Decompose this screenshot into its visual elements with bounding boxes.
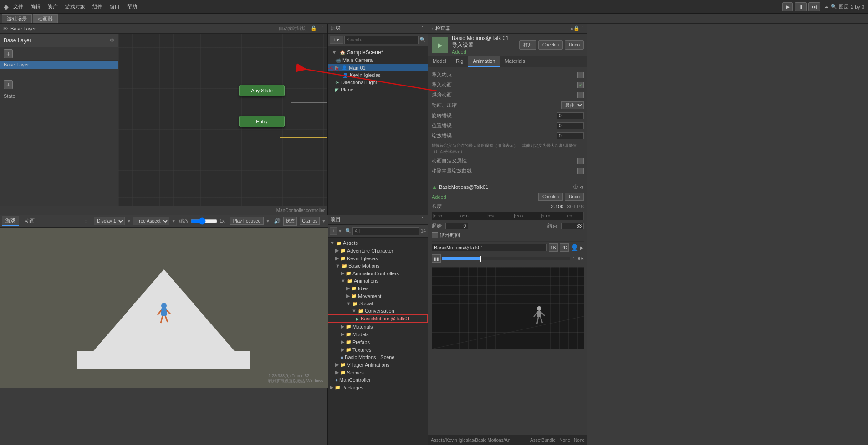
clip-info-icon[interactable]: ⓘ	[573, 184, 578, 190]
proj-conversation[interactable]: ▼ 📁 Conversation	[328, 307, 428, 314]
display-select[interactable]: Display 1	[94, 217, 125, 225]
clip-checkin-btn[interactable]: Checkin	[538, 193, 563, 201]
proj-basic-motions[interactable]: ▼ 📁 Basic Motions	[328, 262, 428, 269]
clip-more-icon[interactable]: ▶	[580, 245, 584, 250]
proj-textures[interactable]: ▶ 📁 Textures	[328, 346, 428, 354]
tab-scene[interactable]: 游戏场景	[2, 14, 32, 23]
insp-debug-icon[interactable]: ●	[570, 26, 573, 31]
tab-rig[interactable]: Rig	[451, 56, 469, 67]
proj-kevin[interactable]: ▶ 📁 Kevin Iglesias	[328, 254, 428, 262]
proj-assets[interactable]: ▼ 📁 Assets	[328, 239, 428, 247]
animator-lock-icon[interactable]: 🔒	[311, 25, 317, 31]
aspect-dropdown[interactable]: Free Aspect	[133, 217, 169, 225]
proj-bm-scene[interactable]: ■ Basic Motions - Scene	[328, 354, 428, 361]
tab-animator[interactable]: 动画器	[33, 14, 58, 23]
search-icon[interactable]: 🔍	[831, 4, 837, 10]
tab-animation[interactable]: Animation	[468, 56, 500, 67]
proj-animations[interactable]: ▼ 📁 Animations	[328, 277, 428, 284]
compress-select[interactable]: 最佳	[561, 101, 584, 109]
project-search[interactable]	[352, 227, 419, 235]
proj-models[interactable]: ▶ 📁 Models	[328, 330, 428, 338]
tab-model[interactable]: Model	[428, 56, 451, 67]
clip-settings-icon[interactable]: ⚙	[580, 185, 584, 190]
play-pause-btn[interactable]: ▮▮	[432, 254, 441, 263]
node-entry[interactable]: Entry	[239, 116, 285, 127]
hierarchy-kevin[interactable]: 👤 Kevin Iglesias	[328, 71, 428, 79]
proj-idles[interactable]: ▶ 📁 Idles	[328, 284, 428, 292]
proj-materials[interactable]: ▶ 📁 Materials	[328, 323, 428, 330]
insp-more-icon[interactable]: ⋮	[580, 25, 585, 31]
clip-2d-btn[interactable]: 2D	[560, 243, 569, 252]
proj-talk01[interactable]: ▶ BasicMotions@Talk01	[328, 314, 428, 323]
bake-check[interactable]	[577, 92, 584, 98]
zoom-slider[interactable]	[190, 218, 218, 224]
inspector-undo-btn[interactable]: Undo	[565, 40, 584, 50]
import-anim-check[interactable]	[577, 82, 584, 88]
volume-icon[interactable]: 🔊	[274, 218, 281, 224]
hierarchy-more-icon[interactable]: ⋮	[420, 25, 425, 31]
aspect-select[interactable]: Free Aspect	[133, 217, 169, 225]
add-param-btn[interactable]: +	[4, 80, 13, 89]
insp-lock-icon[interactable]: 🔒	[573, 25, 580, 31]
proj-anim-controllers[interactable]: ▶ 📁 AnimationControllers	[328, 269, 428, 277]
top-menu-gameobj[interactable]: 游戏对象	[62, 2, 88, 11]
proj-scenes[interactable]: ▶ 📁 Scenes	[328, 369, 428, 376]
proj-adventure-char[interactable]: ▶ 📁 Adventure Character	[328, 247, 428, 254]
insp-back-icon[interactable]: ←	[431, 26, 435, 31]
status-btn[interactable]: 状态	[283, 217, 297, 226]
scale-value[interactable]	[557, 132, 584, 139]
proj-movement[interactable]: ▶ 📁 Movement	[328, 292, 428, 300]
top-menu-help[interactable]: 帮助	[124, 2, 140, 11]
scene-root[interactable]: ▼ 🏠 SampleScene*	[328, 48, 428, 56]
hierarchy-main-camera[interactable]: 📹 Main Camera	[328, 56, 428, 64]
hierarchy-plane[interactable]: ◤ Plane	[328, 86, 428, 93]
layer-base[interactable]: Base Layer	[0, 61, 118, 69]
animator-graph[interactable]: Any State Entry BasicMotions@Talk01 Basi…	[118, 34, 327, 206]
node-any-state[interactable]: Any State	[239, 85, 285, 96]
top-menu-file[interactable]: 文件	[10, 2, 26, 11]
rotation-value[interactable]	[557, 112, 584, 119]
play-focused-btn[interactable]: Play Focused	[230, 217, 264, 225]
tab-game[interactable]: 游戏	[2, 216, 19, 226]
hierarchy-man01[interactable]: ▶ 👤 Man 01	[328, 64, 428, 71]
loop-time-check[interactable]	[432, 232, 438, 238]
game-more-icon[interactable]: ⋮	[83, 218, 88, 224]
animator-eye-icon[interactable]: 👁	[3, 26, 8, 31]
end-value[interactable]	[561, 222, 584, 229]
playback-progress[interactable]	[442, 257, 570, 260]
clip-1k-btn[interactable]: 1K	[549, 243, 558, 252]
project-more-icon[interactable]: ⋮	[420, 217, 425, 222]
clip-undo-btn[interactable]: Undo	[565, 193, 584, 201]
animator-more-icon[interactable]: ⋮	[320, 25, 325, 31]
pause-button[interactable]: ⏸	[795, 2, 807, 11]
inspector-open-btn[interactable]: 打开	[519, 40, 536, 50]
proj-villager[interactable]: ▶ 📁 Villager Animations	[328, 361, 428, 369]
custom-props-check[interactable]	[577, 158, 584, 164]
remove-constant-check[interactable]	[577, 168, 584, 174]
top-menu-component[interactable]: 组件	[90, 2, 105, 11]
import-constraints-check[interactable]	[577, 72, 584, 78]
hierarchy-search[interactable]	[344, 36, 419, 44]
top-menu-window[interactable]: 窗口	[107, 2, 123, 11]
top-menu-edit[interactable]: 编辑	[28, 2, 43, 11]
proj-prefabs[interactable]: ▶ 📁 Prefabs	[328, 338, 428, 346]
position-value[interactable]	[557, 122, 584, 129]
proj-mancontroller[interactable]: ● ManController	[328, 376, 428, 384]
clip-name-input[interactable]	[432, 244, 547, 251]
start-value[interactable]	[445, 222, 468, 229]
proj-social[interactable]: ▼ 📁 Social	[328, 300, 428, 307]
clip-person-icon[interactable]: 👤	[571, 244, 578, 251]
proj-packages[interactable]: ▶ 📁 Packages	[328, 384, 428, 391]
add-layer-btn[interactable]: +	[4, 49, 13, 58]
top-menu-assets[interactable]: 资产	[45, 2, 61, 11]
display-dropdown[interactable]: Display 1	[94, 217, 125, 225]
gizmos-btn[interactable]: Gizmos	[300, 217, 320, 225]
step-button[interactable]: ⏭	[808, 2, 820, 11]
hierarchy-add-btn[interactable]: +▼	[330, 36, 343, 44]
tab-animation[interactable]: 动画	[21, 217, 38, 225]
project-add-btn[interactable]: +	[330, 227, 337, 235]
hierarchy-dir-light[interactable]: ☀ Directional Light	[328, 79, 428, 86]
play-button[interactable]: ▶	[782, 2, 793, 11]
settings-gear-icon[interactable]: ⚙	[110, 37, 114, 43]
tab-materials[interactable]: Materials	[500, 56, 530, 67]
